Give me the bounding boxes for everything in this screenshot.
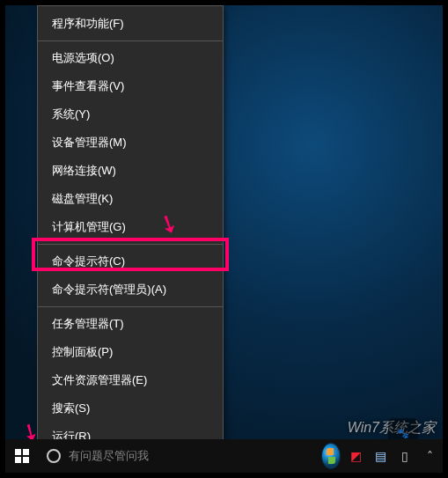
menu-item-task-manager[interactable]: 任务管理器(T) [38,310,223,338]
menu-label: 命令提示符(C) [52,254,125,269]
menu-item-programs-features[interactable]: 程序和功能(F) [38,10,223,38]
start-button[interactable] [5,439,39,473]
menu-label: 电源选项(O) [52,50,114,66]
menu-item-command-prompt[interactable]: 命令提示符(C) [38,247,223,276]
menu-item-computer-management[interactable]: 计算机管理(G) [38,213,223,241]
menu-label: 计算机管理(G) [52,219,126,235]
menu-label: 设备管理器(M) [52,135,127,151]
menu-label: 网络连接(W) [52,163,116,179]
taskbar: 有问题尽管问我 ◩ ▤ ▯ ˄ [5,439,443,473]
search-placeholder[interactable]: 有问题尽管问我 [69,448,149,464]
menu-item-device-manager[interactable]: 设备管理器(M) [38,129,223,157]
menu-label: 搜索(S) [52,401,90,416]
paw-icon: 🐾 [397,428,409,439]
menu-label: 控制面板(P) [52,344,113,360]
windows-logo-icon [15,449,29,463]
menu-label: 文件资源管理器(E) [52,372,147,388]
menu-divider [38,40,223,41]
tray-orb[interactable] [321,446,341,466]
menu-label: 任务管理器(T) [52,316,124,332]
cortana-button[interactable] [39,439,69,473]
menu-item-control-panel[interactable]: 控制面板(P) [38,338,223,366]
menu-label: 系统(Y) [52,107,90,122]
cortana-icon [47,449,61,463]
menu-item-network-connections[interactable]: 网络连接(W) [38,157,223,185]
menu-item-search[interactable]: 搜索(S) [38,394,223,423]
system-tray: ◩ ▤ ▯ ˄ [321,439,439,473]
menu-item-power-options[interactable]: 电源选项(O) [38,44,223,72]
menu-item-file-explorer[interactable]: 文件资源管理器(E) [38,366,223,394]
tray-icon[interactable]: ▤ [371,446,390,466]
menu-label: 事件查看器(V) [52,78,124,94]
menu-item-system[interactable]: 系统(Y) [38,100,223,129]
menu-divider [38,244,223,245]
tray-icon[interactable]: ◩ [346,446,365,466]
menu-item-command-prompt-admin[interactable]: 命令提示符(管理员)(A) [38,276,223,304]
menu-item-disk-management[interactable]: 磁盘管理(K) [38,185,223,213]
tray-chevron-up-icon[interactable]: ˄ [420,446,439,466]
win7-orb-icon [321,443,341,469]
menu-item-event-viewer[interactable]: 事件查看器(V) [38,72,223,100]
menu-divider [38,306,223,307]
menu-label: 命令提示符(管理员)(A) [52,282,166,298]
menu-label: 程序和功能(F) [52,16,124,32]
menu-label: 磁盘管理(K) [52,191,113,207]
winx-context-menu: 程序和功能(F) 电源选项(O) 事件查看器(V) 系统(Y) 设备管理器(M)… [37,5,224,473]
tray-icon[interactable]: ▯ [395,446,415,466]
